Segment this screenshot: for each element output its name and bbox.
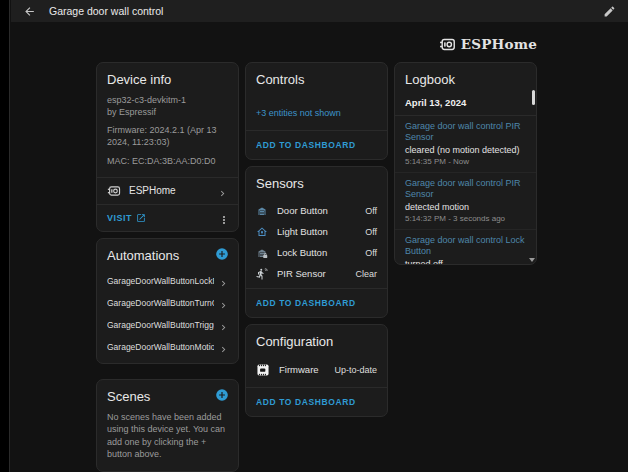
device-info-title: Device info (97, 63, 238, 94)
controls-title: Controls (246, 63, 387, 94)
sensor-value: Off (365, 206, 377, 216)
configuration-add-to-dashboard-button[interactable]: ADD TO DASHBOARD (246, 387, 387, 416)
automations-title: Automations (97, 239, 215, 270)
sensor-row[interactable]: Door Button Off (246, 200, 387, 221)
logbook-message: turned off (405, 259, 526, 265)
device-actions-row: VISIT (97, 205, 238, 231)
device-firmware: Firmware: 2024.2.1 (Apr 13 2024, 11:23:0… (97, 124, 238, 148)
card-columns: Device info esp32-c3-devkitm-1 by Espres… (96, 62, 537, 472)
screen: Garage door wall control ESPHome Device … (0, 0, 628, 472)
device-info-body: esp32-c3-devkitm-1 by Espressif Firmware… (97, 94, 238, 177)
logbook-message: cleared (no motion detected) (405, 145, 526, 155)
back-button[interactable] (23, 5, 36, 18)
logbook-message: detected motion (405, 202, 526, 212)
home-lightbulb-icon (256, 226, 268, 238)
sensors-card: Sensors Door Button Off Light Button (245, 166, 388, 318)
chevron-right-icon (218, 319, 229, 330)
main-content: ESPHome Device info esp32-c3-devkitm-1 b… (96, 34, 537, 472)
esphome-logo: ESPHome (439, 34, 537, 54)
esphome-logo-text: ESPHome (461, 36, 537, 52)
middle-column: Controls +3 entities not shown ADD TO DA… (245, 62, 388, 417)
chevron-right-icon (218, 341, 229, 352)
sensor-value: Clear (355, 269, 377, 279)
automation-item[interactable]: GarageDoorWallButtonTurnOnLight (97, 292, 238, 314)
logbook-entity-link[interactable]: Garage door wall control PIR Sensor (405, 178, 526, 201)
sensors-title: Sensors (246, 167, 387, 198)
add-scene-button[interactable] (215, 388, 229, 402)
edit-pencil-button[interactable] (603, 5, 616, 18)
configuration-list: Firmware Up-to-date (246, 356, 387, 387)
scrollbar-thumb[interactable] (532, 90, 535, 105)
logbook-entry: Garage door wall control PIR Sensor clea… (395, 116, 536, 173)
configuration-label: Firmware (279, 364, 325, 375)
left-edge-strip (0, 0, 10, 472)
integration-name: ESPHome (129, 185, 209, 196)
sensor-label: PIR Sensor (277, 268, 346, 279)
sensor-row[interactable]: PIR Sensor Clear (246, 263, 387, 284)
page-title: Garage door wall control (49, 5, 590, 17)
entities-not-shown-link[interactable]: +3 entities not shown (246, 98, 387, 130)
automations-title-row: Automations (97, 239, 238, 270)
controls-card: Controls +3 entities not shown ADD TO DA… (245, 62, 388, 160)
scenes-empty-text: No scenes have been added using this dev… (97, 411, 238, 471)
controls-add-to-dashboard-button[interactable]: ADD TO DASHBOARD (246, 130, 387, 159)
automation-name: GarageDoorWallButtonMotionLightTurnOr (107, 342, 214, 352)
scrollbar-down-arrow[interactable] (529, 258, 535, 262)
automation-name: GarageDoorWallButtonTurnOnLight (107, 298, 214, 308)
chip-icon (256, 363, 270, 377)
sensor-row[interactable]: Lock Button Off (246, 242, 387, 263)
garage-lock-icon (256, 247, 268, 259)
sensors-add-to-dashboard-button[interactable]: ADD TO DASHBOARD (246, 288, 387, 317)
more-menu-button[interactable] (218, 212, 230, 224)
logbook-title: Logbook (395, 63, 536, 94)
chevron-right-icon (218, 297, 229, 308)
automation-name: GarageDoorWallButtonTrigger (107, 320, 214, 330)
esphome-logo-icon (439, 36, 456, 53)
configuration-row[interactable]: Firmware Up-to-date (246, 358, 387, 381)
scenes-title: Scenes (97, 380, 215, 411)
scenes-title-row: Scenes (97, 380, 238, 411)
automation-item[interactable]: GarageDoorWallButtonMotionLightTurnOr (97, 336, 238, 358)
left-column: Device info esp32-c3-devkitm-1 by Espres… (96, 62, 239, 472)
chevron-right-icon (218, 275, 229, 286)
chevron-right-icon (217, 185, 228, 196)
app-header: Garage door wall control (11, 0, 628, 22)
automation-name: GarageDoorWallButtonLockRemotes (107, 276, 214, 286)
logbook-time: 5:14:32 PM - 3 seconds ago (405, 214, 526, 223)
sensor-label: Door Button (277, 205, 356, 216)
visit-label: VISIT (107, 213, 132, 223)
visit-button[interactable]: VISIT (107, 213, 146, 223)
sensor-label: Lock Button (277, 247, 356, 258)
device-manufacturer: by Espressif (97, 106, 238, 118)
esphome-icon (107, 184, 121, 198)
automations-card: Automations GarageDoorWallButtonLockRemo… (96, 238, 239, 364)
automation-item[interactable]: GarageDoorWallButtonLockRemotes (97, 270, 238, 292)
automation-item[interactable]: GarageDoorWallButtonTrigger (97, 314, 238, 336)
logbook-card: Logbook April 13, 2024 Garage door wall … (394, 62, 537, 265)
configuration-title: Configuration (246, 325, 387, 356)
sensors-list: Door Button Off Light Button Off (246, 198, 387, 288)
sensor-value: Off (365, 248, 377, 258)
logbook-date-header: April 13, 2024 (395, 94, 536, 116)
right-column: Logbook April 13, 2024 Garage door wall … (394, 62, 537, 265)
device-model: esp32-c3-devkitm-1 (97, 94, 238, 106)
integration-row[interactable]: ESPHome (97, 178, 238, 204)
configuration-card: Configuration Firmware Up-to-date ADD TO… (245, 324, 388, 417)
sensor-label: Light Button (277, 226, 356, 237)
add-automation-button[interactable] (215, 247, 229, 261)
scenes-card: Scenes No scenes have been added using t… (96, 379, 239, 472)
logbook-entry: Garage door wall control Lock Button tur… (395, 230, 536, 265)
device-info-card: Device info esp32-c3-devkitm-1 by Espres… (96, 62, 239, 232)
automations-list: GarageDoorWallButtonLockRemotes GarageDo… (97, 270, 238, 363)
open-in-new-icon (136, 213, 146, 223)
logbook-entity-link[interactable]: Garage door wall control PIR Sensor (405, 121, 526, 144)
motion-sensor-icon (256, 268, 268, 280)
logo-row: ESPHome (96, 34, 537, 54)
logbook-entry: Garage door wall control PIR Sensor dete… (395, 173, 536, 230)
logbook-time: 5:14:35 PM - Now (405, 157, 526, 166)
configuration-value: Up-to-date (334, 365, 377, 375)
sensor-row[interactable]: Light Button Off (246, 221, 387, 242)
logbook-entity-link[interactable]: Garage door wall control Lock Button (405, 235, 526, 258)
device-mac: MAC: EC:DA:3B:AA:D0:D0 (97, 155, 238, 167)
logbook-entries: Garage door wall control PIR Sensor clea… (395, 116, 536, 265)
